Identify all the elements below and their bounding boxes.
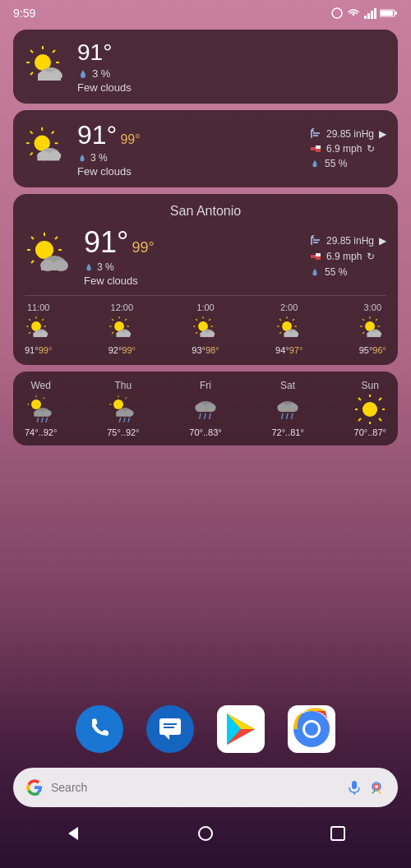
svg-line-123 bbox=[363, 332, 364, 334]
small-widget-info: 91° 3 % Few clouds bbox=[77, 39, 132, 94]
medium-rain: 3 % bbox=[77, 152, 141, 164]
svg-line-130 bbox=[43, 397, 44, 399]
svg-line-94 bbox=[196, 319, 197, 321]
svg-line-81 bbox=[112, 319, 113, 321]
svg-rect-135 bbox=[34, 412, 49, 416]
weather-icon-small bbox=[25, 44, 69, 89]
svg-line-29 bbox=[30, 153, 33, 155]
widget-medium: 91° 99° 3 % Few clouds 29.85 inHg ▶ bbox=[13, 110, 398, 187]
svg-line-155 bbox=[205, 413, 206, 418]
svg-point-164 bbox=[363, 402, 377, 417]
svg-rect-6 bbox=[381, 11, 393, 16]
svg-line-136 bbox=[37, 418, 38, 422]
large-main-info: 91° 99° 3 % Few clouds bbox=[84, 225, 155, 287]
svg-line-147 bbox=[119, 418, 120, 422]
svg-rect-188 bbox=[331, 827, 344, 840]
svg-line-83 bbox=[125, 319, 127, 321]
status-time: 9:59 bbox=[13, 7, 35, 20]
hourly-icon bbox=[192, 316, 219, 342]
daily-item: Sat 72°..81° bbox=[271, 380, 303, 437]
svg-line-161 bbox=[282, 413, 283, 418]
large-humidity: 55 % bbox=[310, 266, 386, 278]
svg-point-181 bbox=[305, 723, 318, 736]
messages-app[interactable] bbox=[146, 705, 194, 753]
mic-icon[interactable] bbox=[347, 780, 362, 795]
large-rain: 3 % bbox=[84, 261, 155, 273]
home-button[interactable] bbox=[191, 819, 220, 848]
large-condition: Few clouds bbox=[84, 275, 155, 287]
hourly-item: 1:00 93°98° bbox=[192, 302, 219, 355]
back-button[interactable] bbox=[58, 819, 88, 848]
svg-line-47 bbox=[31, 237, 34, 239]
medium-pressure: 29.85 inHg ▶ bbox=[310, 128, 386, 140]
svg-line-137 bbox=[41, 418, 42, 422]
daily-icon bbox=[273, 395, 302, 424]
svg-line-109 bbox=[293, 319, 294, 321]
search-bar[interactable] bbox=[13, 768, 398, 807]
svg-rect-7 bbox=[395, 12, 398, 15]
svg-line-97 bbox=[196, 332, 197, 334]
daily-item: Thu 75°..92° bbox=[107, 380, 139, 437]
daily-icon bbox=[191, 395, 220, 424]
svg-line-122 bbox=[376, 319, 377, 321]
chrome-app[interactable] bbox=[288, 705, 335, 753]
svg-rect-1 bbox=[364, 16, 367, 19]
search-input[interactable] bbox=[51, 781, 339, 794]
hourly-item: 11:00 91°99° bbox=[25, 302, 52, 355]
svg-line-170 bbox=[379, 418, 381, 421]
large-wind: 6.9 mph ↻ bbox=[310, 251, 386, 262]
large-right-info: 29.85 inHg ▶ 6.9 mph ↻ 55 % bbox=[310, 235, 386, 278]
svg-rect-33 bbox=[37, 155, 59, 161]
svg-line-120 bbox=[363, 319, 364, 321]
svg-line-57 bbox=[312, 235, 314, 237]
city-name: San Antonio bbox=[25, 204, 386, 219]
svg-line-154 bbox=[200, 413, 201, 418]
svg-rect-2 bbox=[367, 13, 370, 19]
svg-line-141 bbox=[125, 397, 126, 399]
signal-icon bbox=[363, 7, 376, 20]
circle-outline-icon bbox=[330, 7, 344, 20]
large-feels: 99° bbox=[132, 239, 154, 256]
status-icons bbox=[330, 7, 398, 20]
svg-line-110 bbox=[279, 332, 281, 334]
svg-rect-160 bbox=[279, 407, 298, 411]
svg-line-15 bbox=[53, 50, 55, 53]
svg-line-148 bbox=[123, 418, 124, 422]
svg-line-107 bbox=[279, 319, 281, 321]
svg-rect-88 bbox=[117, 333, 131, 337]
small-condition: Few clouds bbox=[77, 81, 132, 94]
small-rain: 3 % bbox=[77, 67, 132, 80]
status-bar: 9:59 bbox=[0, 0, 411, 23]
widget-small: 91° 3 % Few clouds bbox=[13, 30, 398, 104]
svg-rect-54 bbox=[41, 263, 66, 270]
svg-rect-3 bbox=[371, 11, 373, 19]
svg-line-169 bbox=[358, 398, 361, 400]
svg-rect-101 bbox=[200, 333, 214, 337]
svg-marker-174 bbox=[164, 735, 169, 740]
hourly-item: 12:00 92°99° bbox=[109, 302, 136, 355]
nav-bar bbox=[0, 812, 411, 855]
medium-humidity: 55 % bbox=[310, 158, 386, 169]
svg-line-84 bbox=[112, 332, 113, 334]
lens-icon[interactable] bbox=[370, 780, 385, 795]
svg-line-26 bbox=[30, 132, 33, 134]
hourly-icon bbox=[109, 316, 135, 342]
svg-line-13 bbox=[30, 50, 33, 53]
svg-line-171 bbox=[379, 398, 381, 400]
widget-daily: Wed 74°..92° Thu bbox=[13, 372, 398, 446]
medium-wind: 6.9 mph ↻ bbox=[310, 143, 386, 155]
svg-point-187 bbox=[199, 827, 212, 840]
daily-item: Wed 74°..92° bbox=[25, 380, 57, 437]
svg-line-50 bbox=[31, 261, 34, 263]
svg-line-68 bbox=[29, 319, 30, 321]
recents-button[interactable] bbox=[323, 819, 353, 848]
phone-app[interactable] bbox=[76, 705, 123, 753]
large-weather-icon bbox=[25, 230, 74, 283]
svg-rect-4 bbox=[374, 8, 376, 19]
hourly-icon bbox=[359, 316, 386, 342]
app-dock bbox=[0, 705, 411, 753]
svg-line-172 bbox=[358, 418, 361, 421]
play-store-app[interactable] bbox=[217, 705, 265, 753]
svg-rect-75 bbox=[33, 333, 47, 337]
svg-point-0 bbox=[332, 8, 342, 18]
